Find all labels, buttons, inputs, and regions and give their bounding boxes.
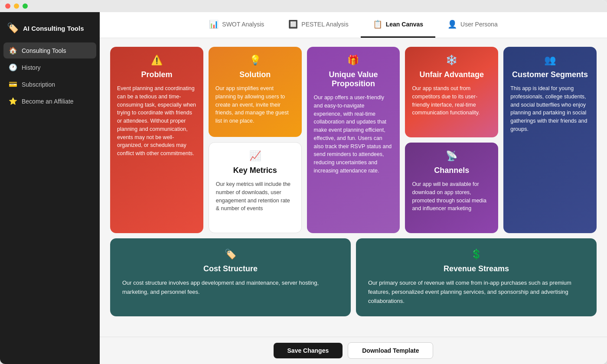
tab-swot-label: SWOT Analysis (222, 21, 264, 28)
unfair-icon: ❄️ (446, 55, 457, 66)
sidebar-item-consulting-tools[interactable]: 🏠 Consulting Tools (3, 42, 96, 58)
subscription-icon: 💳 (9, 80, 17, 88)
customer-icon: 👥 (544, 55, 556, 66)
tab-lean-canvas-label: Lean Canvas (386, 21, 423, 28)
keymetrics-body: Our key metrics will include the number … (216, 180, 294, 213)
app-window: 🏷️ AI Consulting Tools 🏠 Consulting Tool… (0, 0, 607, 364)
user-persona-icon: 👤 (447, 20, 457, 29)
main-content: 📊 SWOT Analysis 🔲 PESTEL Analysis 📋 Lean… (100, 12, 607, 364)
revenue-icon: 💲 (470, 249, 482, 260)
tab-user-persona[interactable]: 👤 User Persona (435, 12, 510, 38)
tab-user-persona-label: User Persona (460, 21, 498, 28)
card-cost-structure: 🏷️ Cost Structure Our cost structure inv… (110, 238, 351, 316)
canvas-grid-bottom: 🏷️ Cost Structure Our cost structure inv… (110, 238, 597, 316)
minimize-button[interactable] (14, 3, 19, 9)
card-problem: ⚠️ Problem Event planning and coordinati… (110, 47, 203, 233)
maximize-button[interactable] (23, 3, 28, 9)
sidebar-item-history[interactable]: 🕐 History (3, 59, 96, 75)
keymetrics-icon: 📈 (249, 150, 261, 162)
canvas-grid-top: ⚠️ Problem Event planning and coordinati… (110, 47, 597, 233)
channels-body: Our app will be available for download o… (412, 180, 491, 213)
sidebar-item-subscription[interactable]: 💳 Subscription (3, 76, 96, 92)
revenue-body: Our primary source of revenue will come … (368, 279, 584, 306)
affiliate-icon: ⭐ (9, 97, 17, 105)
lean-canvas-icon: 📋 (373, 20, 382, 29)
sidebar-logo: 🏷️ AI Consulting Tools (0, 19, 100, 42)
tab-pestel[interactable]: 🔲 PESTEL Analysis (276, 12, 360, 38)
uvp-title: Unique Value Proposition (314, 70, 393, 88)
sidebar-label-affiliate: Become an Affiliate (22, 98, 74, 105)
customer-title: Customer Segments (512, 70, 588, 79)
canvas-area: ⚠️ Problem Event planning and coordinati… (100, 38, 607, 337)
close-button[interactable] (5, 3, 10, 9)
save-changes-button[interactable]: Save Changes (274, 343, 343, 358)
problem-body: Event planning and coordinating can be a… (117, 84, 196, 158)
card-unfair-advantage: ❄️ Unfair Advantage Our app stands out f… (405, 47, 498, 137)
pestel-icon: 🔲 (288, 20, 298, 29)
sidebar-label-consulting: Consulting Tools (22, 47, 66, 54)
card-channels: 📡 Channels Our app will be available for… (405, 143, 498, 233)
channels-icon: 📡 (446, 150, 457, 162)
card-uvp: 🎁 Unique Value Proposition Our app offer… (307, 47, 400, 233)
card-revenue-streams: 💲 Revenue Streams Our primary source of … (356, 238, 597, 316)
sidebar-label-subscription: Subscription (22, 81, 55, 88)
revenue-title: Revenue Streams (444, 264, 509, 273)
unfair-title: Unfair Advantage (420, 70, 484, 79)
title-bar (0, 0, 607, 12)
sidebar-label-history: History (22, 64, 41, 71)
keymetrics-title: Key Metrics (233, 166, 277, 175)
sidebar: 🏷️ AI Consulting Tools 🏠 Consulting Tool… (0, 12, 100, 364)
solution-icon: 💡 (249, 55, 261, 66)
cost-icon: 🏷️ (225, 249, 236, 260)
card-customer-segments: 👥 Customer Segments This app is ideal fo… (503, 47, 597, 233)
tab-lean-canvas[interactable]: 📋 Lean Canvas (361, 12, 435, 38)
cost-title: Cost Structure (203, 264, 258, 273)
card-keymetrics: 📈 Key Metrics Our key metrics will inclu… (209, 142, 302, 233)
sidebar-item-affiliate[interactable]: ⭐ Become an Affiliate (3, 93, 96, 109)
card-solution: 💡 Solution Our app simplifies event plan… (209, 47, 302, 137)
unfair-body: Our app stands out from competitors due … (412, 84, 491, 117)
cost-body: Our cost structure involves app developm… (122, 279, 339, 297)
app-body: 🏷️ AI Consulting Tools 🏠 Consulting Tool… (0, 12, 607, 364)
tab-swot[interactable]: 📊 SWOT Analysis (197, 12, 276, 38)
history-icon: 🕐 (9, 63, 17, 72)
tabs-bar: 📊 SWOT Analysis 🔲 PESTEL Analysis 📋 Lean… (100, 12, 607, 38)
solution-title: Solution (239, 70, 271, 79)
uvp-icon: 🎁 (347, 55, 359, 66)
tab-pestel-label: PESTEL Analysis (301, 21, 348, 28)
problem-title: Problem (141, 70, 172, 79)
download-template-button[interactable]: Download Template (348, 342, 433, 359)
sidebar-nav: 🏠 Consulting Tools 🕐 History 💳 Subscript… (0, 42, 100, 109)
solution-body: Our app simplifies event planning by all… (215, 84, 295, 125)
logo-icon: 🏷️ (7, 23, 19, 34)
swot-icon: 📊 (209, 20, 219, 29)
problem-icon: ⚠️ (151, 55, 163, 66)
uvp-body: Our app offers a user-friendly and easy-… (314, 94, 393, 175)
unfair-wrapper: ❄️ Unfair Advantage Our app stands out f… (405, 47, 498, 233)
home-icon: 🏠 (9, 46, 17, 55)
customer-body: This app is ideal for young professional… (510, 84, 590, 133)
solution-wrapper: 💡 Solution Our app simplifies event plan… (209, 47, 302, 233)
sidebar-logo-text: AI Consulting Tools (23, 25, 84, 32)
bottom-bar: Save Changes Download Template (100, 337, 607, 364)
channels-title: Channels (434, 166, 469, 175)
